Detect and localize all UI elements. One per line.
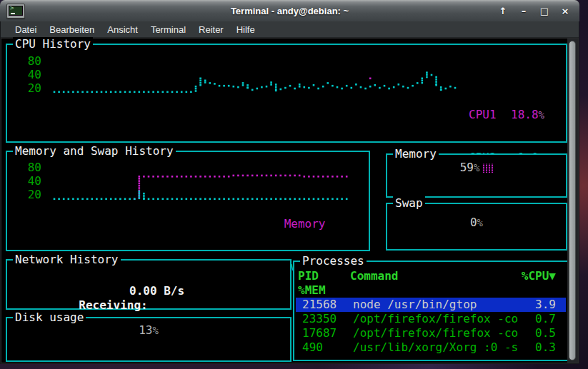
- cpu1-legend-row: CPU118.8%: [469, 108, 544, 122]
- menubar: Datei Bearbeiten Ansicht Terminal Reiter…: [1, 21, 579, 38]
- col-pid[interactable]: PID: [298, 269, 319, 283]
- memory-usage-dots: [482, 163, 493, 173]
- processes-title: Processes: [300, 254, 367, 268]
- terminal-window: Terminal - andy@debian: ~ ↑ – □ × Datei …: [0, 0, 579, 364]
- maximize-icon[interactable]: □: [539, 6, 550, 16]
- processes-header-mem: %MEM: [296, 283, 566, 298]
- menu-datei[interactable]: Datei: [9, 24, 43, 35]
- menu-reiter[interactable]: Reiter: [192, 24, 230, 35]
- swap-title: Swap: [393, 196, 425, 211]
- menu-hilfe[interactable]: Hilfe: [230, 24, 261, 35]
- minimize-icon[interactable]: –: [518, 6, 529, 16]
- cpu1-value: 18.8%: [503, 108, 544, 122]
- memory-panel: Memory 59%: [386, 153, 567, 198]
- desktop: Terminal - andy@debian: ~ ↑ – □ × Datei …: [0, 0, 588, 369]
- close-icon[interactable]: ×: [559, 6, 571, 16]
- process-row[interactable]: 17687 /opt/firefox/firefox -co 0.5: [296, 326, 566, 340]
- menu-ansicht[interactable]: Ansicht: [101, 24, 144, 35]
- titlebar[interactable]: Terminal - andy@debian: ~ ↑ – □ ×: [0, 0, 579, 21]
- scrollbar-thumb[interactable]: [569, 41, 576, 360]
- processes-header: PID Command %CPU▼: [296, 269, 566, 283]
- window-controls: ↑ – □ ×: [497, 0, 571, 21]
- memory-legend-row: Memory: [284, 217, 353, 231]
- disk-usage-title: Disk usage: [13, 310, 86, 325]
- cpu-history-panel: CPU History 80 40 20 CPU118.8% CPU21.0%: [6, 44, 567, 143]
- window-title: Terminal - andy@debian: ~: [0, 6, 579, 16]
- disk-usage-panel: Disk usage 13%: [6, 317, 291, 362]
- col-cpu-sort[interactable]: %CPU▼: [522, 269, 556, 283]
- col-mem[interactable]: %MEM: [298, 283, 326, 298]
- terminal-content: CPU History 80 40 20 CPU118.8% CPU21.0% …: [1, 39, 567, 363]
- scrollbar[interactable]: [567, 39, 578, 363]
- receiving-value: 0.00 B/s: [129, 284, 184, 298]
- shade-icon[interactable]: ↑: [497, 6, 509, 16]
- process-row[interactable]: 21568 node /usr/bin/gtop 3.9: [296, 298, 566, 312]
- network-history-title: Network History: [13, 253, 121, 267]
- memory-swap-history-panel: Memory and Swap History 80 40 20 Memory …: [6, 151, 370, 251]
- receiving-label: Receiving:: [79, 298, 147, 312]
- menu-terminal[interactable]: Terminal: [144, 24, 192, 35]
- col-command[interactable]: Command: [350, 269, 398, 283]
- swap-panel: Swap 0%: [386, 203, 567, 251]
- menu-bearbeiten[interactable]: Bearbeiten: [43, 24, 101, 35]
- processes-panel: Processes PID Command %CPU▼ %MEM 21568 n…: [293, 261, 569, 361]
- network-history-panel: Network History Receiving: 0.00 B/s: [6, 259, 291, 310]
- memory-title: Memory: [393, 147, 439, 161]
- process-row[interactable]: 23350 /opt/firefox/firefox -co 0.7: [296, 312, 566, 326]
- process-row[interactable]: 490 /usr/lib/xorg/Xorg :0 -s 0.3: [296, 340, 566, 355]
